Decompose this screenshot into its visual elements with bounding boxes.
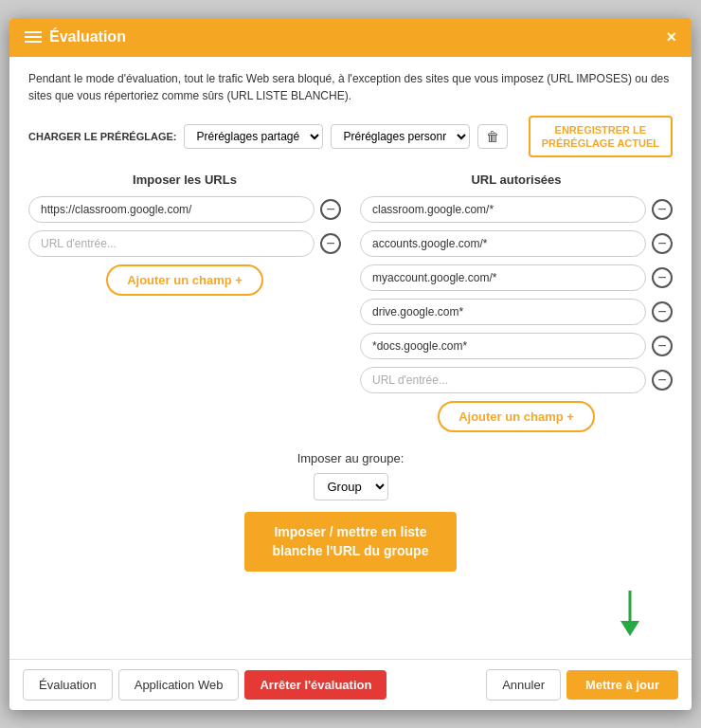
close-button[interactable]: × bbox=[666, 27, 676, 47]
hamburger-icon bbox=[25, 31, 42, 43]
remove-allowed-url-2[interactable]: − bbox=[652, 233, 673, 254]
preset-row: CHARGER LE PRÉRÉGLAGE: Préréglages parta… bbox=[28, 116, 673, 158]
modal-header: Évaluation × bbox=[9, 18, 692, 57]
modal-container: Évaluation × Pendant le mode d'évaluatio… bbox=[9, 18, 692, 711]
description-text: Pendant le mode d'évaluation, tout le tr… bbox=[28, 70, 673, 104]
cancel-button[interactable]: Annuler bbox=[486, 669, 561, 701]
impose-url-input-1[interactable] bbox=[28, 196, 315, 223]
modal-footer: Évaluation Application Web Arrêter l'éva… bbox=[9, 659, 692, 710]
group-select[interactable]: Group bbox=[314, 473, 388, 500]
web-app-tab-button[interactable]: Application Web bbox=[118, 669, 240, 701]
allowed-url-input-1[interactable] bbox=[360, 196, 646, 223]
right-column: URL autorisées − − − − bbox=[360, 173, 673, 432]
arrow-section bbox=[28, 591, 673, 638]
remove-allowed-url-4[interactable]: − bbox=[652, 301, 673, 322]
allowed-url-input-4[interactable] bbox=[360, 299, 646, 325]
svg-marker-1 bbox=[620, 621, 639, 636]
down-arrow-icon bbox=[616, 591, 644, 638]
modal-title-group: Évaluation bbox=[25, 28, 126, 46]
personal-preset-select[interactable]: Préréglages personr bbox=[331, 124, 470, 149]
allowed-url-row-2: − bbox=[360, 230, 673, 257]
stop-evaluation-button[interactable]: Arrêter l'évaluation bbox=[244, 670, 386, 700]
allowed-url-row-4: − bbox=[360, 299, 673, 325]
allowed-url-row-3: − bbox=[360, 264, 673, 291]
preset-label: CHARGER LE PRÉRÉGLAGE: bbox=[28, 131, 176, 142]
impose-btn-line1: Imposer / mettre en liste bbox=[274, 524, 426, 539]
update-button[interactable]: Mettre à jour bbox=[566, 670, 678, 700]
remove-allowed-url-6[interactable]: − bbox=[652, 370, 673, 391]
impose-url-input-2[interactable] bbox=[28, 230, 315, 257]
allowed-url-row-6: − bbox=[360, 367, 673, 393]
impose-btn-line2: blanche l'URL du groupe bbox=[273, 543, 429, 558]
add-allowed-url-button[interactable]: Ajouter un champ + bbox=[438, 401, 595, 432]
impose-url-row-2: − bbox=[28, 230, 341, 257]
url-columns: Imposer les URLs − − Ajouter un champ + … bbox=[28, 173, 673, 432]
allowed-url-row-5: − bbox=[360, 333, 673, 359]
remove-impose-url-2[interactable]: − bbox=[320, 233, 341, 254]
impose-group-button[interactable]: Imposer / mettre en liste blanche l'URL … bbox=[244, 512, 458, 572]
allowed-url-row-1: − bbox=[360, 196, 673, 223]
delete-preset-button[interactable]: 🗑 bbox=[477, 124, 508, 149]
impose-url-row-1: − bbox=[28, 196, 341, 223]
group-section: Imposer au groupe: Group Imposer / mettr… bbox=[28, 451, 673, 572]
modal-title: Évaluation bbox=[49, 28, 126, 46]
save-preset-line1: ENREGISTRER LE bbox=[555, 124, 647, 136]
remove-allowed-url-5[interactable]: − bbox=[652, 336, 673, 356]
remove-impose-url-1[interactable]: − bbox=[320, 199, 341, 220]
shared-preset-select[interactable]: Préréglages partagé bbox=[184, 124, 323, 149]
left-column: Imposer les URLs − − Ajouter un champ + bbox=[28, 173, 341, 432]
remove-allowed-url-1[interactable]: − bbox=[652, 199, 673, 220]
allowed-url-input-3[interactable] bbox=[360, 264, 646, 291]
add-impose-url-button[interactable]: Ajouter un champ + bbox=[106, 264, 263, 296]
allowed-url-input-5[interactable] bbox=[360, 333, 646, 359]
left-column-header: Imposer les URLs bbox=[28, 173, 341, 187]
modal-body: Pendant le mode d'évaluation, tout le tr… bbox=[9, 57, 692, 660]
remove-allowed-url-3[interactable]: − bbox=[652, 267, 673, 288]
allowed-url-input-6[interactable] bbox=[360, 367, 646, 393]
evaluation-tab-button[interactable]: Évaluation bbox=[23, 669, 113, 701]
save-preset-line2: PRÉRÉGLAGE ACTUEL bbox=[542, 137, 659, 149]
save-preset-button[interactable]: ENREGISTRER LE PRÉRÉGLAGE ACTUEL bbox=[529, 116, 673, 158]
allowed-url-input-2[interactable] bbox=[360, 230, 646, 257]
group-select-wrapper: Group bbox=[28, 473, 673, 512]
group-label: Imposer au groupe: bbox=[28, 451, 673, 465]
right-column-header: URL autorisées bbox=[360, 173, 673, 187]
